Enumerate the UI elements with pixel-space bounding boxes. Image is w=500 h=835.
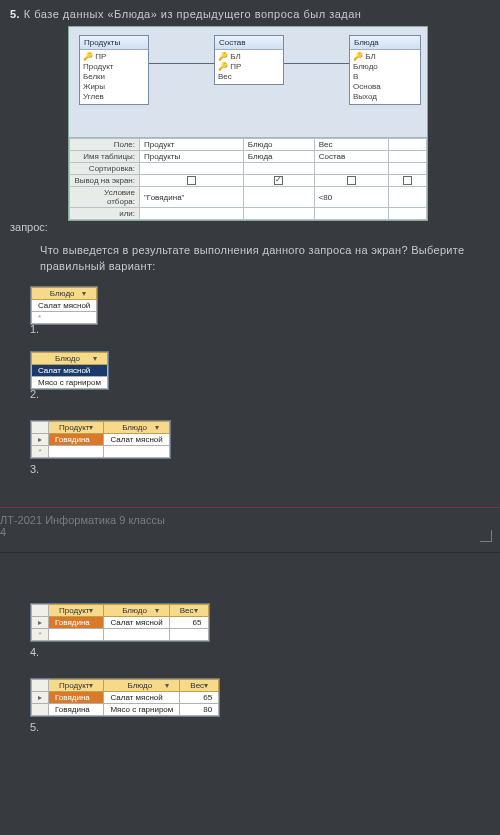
dropdown-icon: ▾ [194, 606, 198, 615]
checkbox-checked-icon [274, 176, 283, 185]
grid-cell [389, 151, 427, 163]
grid-cell: <80 [314, 187, 389, 208]
result-table: Блюдо▾ Салат мясной * [30, 286, 98, 325]
new-row-cell: * [32, 312, 97, 324]
row-selector [32, 704, 49, 716]
grid-cell [140, 163, 244, 175]
row-selector [32, 605, 49, 617]
option-number: 4. [30, 646, 500, 660]
row-selector [32, 422, 49, 434]
grid-cell [389, 139, 427, 151]
grid-cell: "Говядина" [140, 187, 244, 208]
col-header: Блюдо▾ [104, 422, 169, 434]
relationship-pane: Продукты 🔑 ПР Продукт Белки Жиры Углев С… [69, 27, 427, 137]
grid-cell: Блюдо [243, 139, 314, 151]
row-label: Условие отбора: [70, 187, 140, 208]
table-title: Состав [215, 36, 283, 50]
answer-option-5[interactable]: Продукт▾ Блюдо▾ Вес▾ ▸ Говядина Салат мя… [30, 678, 500, 717]
relation-line [149, 63, 214, 64]
grid-cell [140, 175, 244, 187]
row-selector: ▸ [32, 434, 49, 446]
result-table: Продукт▾ Блюдо▾ Вес▾ ▸ Говядина Салат мя… [30, 603, 210, 642]
option-number: 5. [30, 721, 500, 735]
row-label: Поле: [70, 139, 140, 151]
new-row-marker: * [32, 629, 49, 641]
table-title: Блюда [350, 36, 420, 50]
page-number: 4 [0, 526, 490, 538]
cell: Говядина [49, 704, 104, 716]
col-header: Вес▾ [169, 605, 208, 617]
cell: Салат мясной [104, 617, 169, 629]
query-grid-table: Поле: Продукт Блюдо Вес Имя таблицы: Про… [69, 138, 427, 220]
table-title: Продукты [80, 36, 148, 50]
col-header: Продукт▾ [49, 605, 104, 617]
query-grid: Поле: Продукт Блюдо Вес Имя таблицы: Про… [69, 137, 427, 220]
row-label: Вывод на экран: [70, 175, 140, 187]
dropdown-icon: ▾ [89, 681, 93, 690]
zapros-label: запрос: [10, 221, 48, 233]
row-selector: ▸ [32, 617, 49, 629]
option-number: 3. [30, 463, 500, 477]
col-header: Блюдо▾ [32, 353, 108, 365]
cell: 65 [169, 617, 208, 629]
table-fields: 🔑 БЛ Блюдо В Основа Выход [350, 50, 420, 104]
col-header: Блюдо▾ [104, 680, 180, 692]
cell-selected: Говядина [49, 434, 104, 446]
dropdown-icon: ▾ [155, 423, 159, 432]
grid-cell [243, 187, 314, 208]
dropdown-icon: ▾ [155, 606, 159, 615]
question-text-1: К базе данных «Блюда» из предыдущего воп… [24, 8, 362, 20]
dropdown-icon: ▾ [89, 606, 93, 615]
corner-mark-icon [480, 530, 492, 542]
grid-cell: Блюда [243, 151, 314, 163]
dropdown-icon: ▾ [165, 681, 169, 690]
new-row-marker: * [32, 446, 49, 458]
answer-option-2[interactable]: Блюдо▾ Салат мясной Мясо с гарниром [30, 351, 500, 390]
footer-text: ЛТ-2021 Информатика 9 классы [0, 514, 490, 526]
grid-cell: Продукты [140, 151, 244, 163]
result-table: Продукт▾ Блюдо▾ Вес▾ ▸ Говядина Салат мя… [30, 678, 220, 717]
cell: Мясо с гарниром [104, 704, 180, 716]
table-sostav: Состав 🔑 БЛ 🔑 ПР Вес [214, 35, 284, 85]
result-table: Блюдо▾ Салат мясной Мясо с гарниром [30, 351, 109, 390]
cell-selected: Говядина [49, 617, 104, 629]
grid-cell: Продукт [140, 139, 244, 151]
table-fields: 🔑 ПР Продукт Белки Жиры Углев [80, 50, 148, 104]
page-footer: ЛТ-2021 Информатика 9 классы 4 [0, 507, 500, 553]
col-header: Вес▾ [180, 680, 219, 692]
cell: Мясо с гарниром [32, 377, 108, 389]
checkbox-icon [347, 176, 356, 185]
checkbox-icon [187, 176, 196, 185]
cell: Салат мясной [32, 300, 97, 312]
col-header: Продукт▾ [49, 422, 104, 434]
relation-line [284, 63, 349, 64]
query-schema: Продукты 🔑 ПР Продукт Белки Жиры Углев С… [68, 26, 428, 221]
question-intro: 5. К базе данных «Блюда» из предыдущего … [0, 0, 500, 24]
cell: 65 [180, 692, 219, 704]
table-fields: 🔑 БЛ 🔑 ПР Вес [215, 50, 283, 84]
grid-cell: Вес [314, 139, 389, 151]
row-label: Имя таблицы: [70, 151, 140, 163]
table-bluda: Блюда 🔑 БЛ Блюдо В Основа Выход [349, 35, 421, 105]
cell: Салат мясной [104, 434, 169, 446]
grid-cell [243, 175, 314, 187]
answer-option-4[interactable]: Продукт▾ Блюдо▾ Вес▾ ▸ Говядина Салат мя… [30, 603, 500, 642]
cell-selected: Говядина [49, 692, 104, 704]
option-number: 1. [30, 323, 500, 337]
question-prompt: Что выведется в результате выполнения да… [0, 233, 500, 280]
row-label: Сортировка: [70, 163, 140, 175]
answer-option-3[interactable]: Продукт▾ Блюдо▾ ▸ Говядина Салат мясной … [30, 420, 500, 459]
cell: 80 [180, 704, 219, 716]
option-number: 2. [30, 388, 500, 402]
dropdown-icon: ▾ [89, 423, 93, 432]
grid-cell [314, 175, 389, 187]
result-table: Продукт▾ Блюдо▾ ▸ Говядина Салат мясной … [30, 420, 171, 459]
answer-option-1[interactable]: Блюдо▾ Салат мясной * [30, 286, 500, 325]
grid-cell [389, 187, 427, 208]
grid-cell: Состав [314, 151, 389, 163]
col-header: Блюдо▾ [104, 605, 169, 617]
dropdown-icon: ▾ [204, 681, 208, 690]
checkbox-icon [403, 176, 412, 185]
question-number: 5. [10, 8, 20, 20]
row-selector [32, 680, 49, 692]
